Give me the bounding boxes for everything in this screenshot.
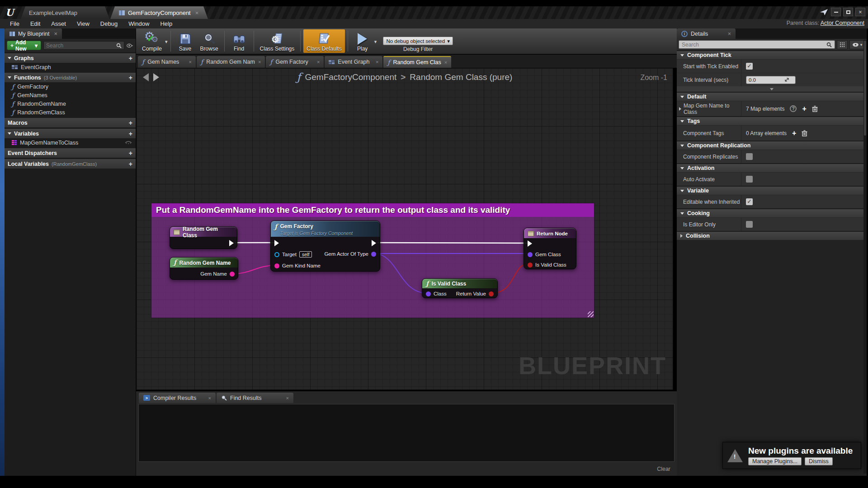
advanced-expander[interactable] [677,86,867,92]
checkbox-unchecked[interactable] [746,176,753,183]
save-button[interactable]: Save [174,29,197,53]
add-local-variable-icon[interactable]: + [129,160,132,168]
browse-button[interactable]: Browse [197,29,222,53]
section-variables[interactable]: Variables + [5,129,136,138]
close-icon[interactable]: × [258,59,261,65]
add-macro-icon[interactable]: + [129,119,132,127]
variable-item-mapgemnametoclass[interactable]: MapGemNameToClass [5,138,136,147]
send-feedback-icon[interactable] [820,9,829,16]
graph-item-eventgraph[interactable]: EventGraph [5,63,136,71]
exec-out-pin[interactable] [372,240,376,246]
section-component-tick[interactable]: Component Tick [677,50,867,59]
close-icon[interactable]: × [286,395,289,401]
find-results-tab[interactable]: Find Results × [217,393,293,403]
section-functions[interactable]: Functions (3 Overridable) + [5,73,136,82]
exec-out-pin[interactable] [229,240,234,246]
details-tab[interactable]: i Details × [677,28,736,39]
asset-tab-examplelevelmap[interactable]: ExampleLevelMap [21,6,109,19]
section-component-replication[interactable]: Component Replication [677,141,867,150]
add-variable-icon[interactable]: + [129,130,132,137]
exec-in-pin[interactable] [528,240,532,247]
function-item-gemnames[interactable]: ƒGemNames [5,91,136,99]
close-icon[interactable]: × [189,59,192,65]
debug-object-dropdown[interactable]: No debug object selected ▾ [383,37,453,45]
play-options-caret[interactable]: ▾ [374,39,377,45]
close-icon[interactable]: × [54,30,57,37]
section-macros[interactable]: Macros + [5,118,136,127]
menu-help[interactable]: Help [155,20,178,27]
function-item-randomgemname[interactable]: ƒRandomGemName [5,99,136,108]
details-search[interactable] [679,40,835,49]
class-defaults-button[interactable]: Class Defaults [303,29,344,53]
section-activation[interactable]: Activation [677,163,867,172]
eye-filter-icon[interactable] [127,43,133,48]
tick-interval-input[interactable] [749,77,785,83]
menu-edit[interactable]: Edit [25,20,46,27]
add-element-icon[interactable]: + [802,105,806,113]
details-scrollbar[interactable] [863,40,867,474]
doc-tab-event-graph[interactable]: Event Graph× [325,56,382,68]
add-function-icon[interactable]: + [129,74,132,81]
dismiss-button[interactable]: Dismiss [805,457,833,465]
close-icon[interactable]: × [728,31,731,37]
close-button[interactable]: × [855,8,865,16]
doc-tab-random-gem-nam[interactable]: ƒRandom Gem Nam× [197,56,265,68]
menu-file[interactable]: File [5,20,25,27]
class-in-pin[interactable] [426,291,431,296]
blueprint-search-input[interactable] [46,42,116,49]
node-is-valid-class[interactable]: ƒIs Valid Class Class Return Value [422,278,498,298]
function-item-gemfactory[interactable]: ƒGemFactory [5,82,136,91]
gem-actor-of-type-pin[interactable] [371,252,376,257]
add-element-icon[interactable]: + [792,129,796,137]
my-blueprint-tab[interactable]: My Blueprint × [5,28,62,39]
minimize-button[interactable] [831,8,841,16]
gem-name-out-pin[interactable] [230,272,235,277]
gem-kind-name-pin[interactable] [274,263,279,268]
checkbox-unchecked[interactable] [746,221,753,228]
node-gem-factory[interactable]: ƒ Gem Factory Target is Gem Factory Comp… [270,221,380,272]
trash-icon[interactable] [812,106,818,112]
menu-view[interactable]: View [71,20,95,27]
section-tags[interactable]: Tags [677,116,867,125]
compiler-results-tab[interactable]: > Compiler Results × [139,393,216,403]
add-dispatcher-icon[interactable]: + [129,150,132,157]
doc-tab-random-gem-clas[interactable]: ƒRandom Gem Clas× [383,56,451,68]
target-pin[interactable] [274,252,279,257]
checkbox-unchecked[interactable] [746,153,753,160]
compile-options-caret[interactable]: ▾ [165,39,168,45]
node-return-node[interactable]: Return Node Gem Class Is Valid Class [524,228,576,269]
compiler-log-output[interactable] [138,404,675,462]
trash-icon[interactable] [802,130,807,136]
blueprint-graph-canvas[interactable]: Put a RandomGemName into the GemFactory … [136,68,673,390]
display-filter-button[interactable]: ▾ [849,40,865,49]
add-graph-icon[interactable]: + [129,55,132,62]
section-event-dispatchers[interactable]: Event Dispatchers + [5,148,136,158]
close-icon[interactable]: × [195,9,199,16]
class-settings-button[interactable]: ⚙ Class Settings [257,29,298,53]
section-graphs[interactable]: Graphs + [5,53,136,63]
menu-window[interactable]: Window [123,20,155,27]
function-item-randomgemclass[interactable]: ƒRandomGemClass [5,108,136,117]
gem-class-pin[interactable] [528,252,533,257]
blueprint-search[interactable] [43,41,124,50]
compile-button[interactable]: ⚙⚙✓ Compile [139,29,165,53]
clear-log-button[interactable]: Clear [657,466,670,472]
section-collision[interactable]: Collision [677,231,867,240]
tick-interval-field[interactable] [746,76,796,84]
help-icon[interactable]: ? [790,105,797,112]
close-icon[interactable]: × [376,59,378,65]
doc-tab-gem-names[interactable]: ƒGem Names× [138,56,196,68]
section-local-variables[interactable]: Local Variables (RandomGemClass) + [5,159,136,169]
section-default[interactable]: Default [677,92,867,101]
manage-plugins-button[interactable]: Manage Plugins... [748,457,802,465]
breadcrumb-leaf[interactable]: Random Gem Class (pure) [410,72,512,82]
details-search-input[interactable] [682,42,826,48]
menu-asset[interactable]: Asset [46,20,71,27]
checkbox-checked[interactable]: ✓ [746,198,753,205]
add-new-button[interactable]: + Add New ▾ [7,41,41,50]
maximize-button[interactable] [843,8,853,16]
node-random-gem-name[interactable]: ƒRandom Gem Name Gem Name [170,257,238,280]
play-button[interactable]: Play [351,29,374,53]
section-variable[interactable]: Variable [677,186,867,195]
doc-tab-gem-factory[interactable]: ƒGem Factory× [266,56,324,68]
